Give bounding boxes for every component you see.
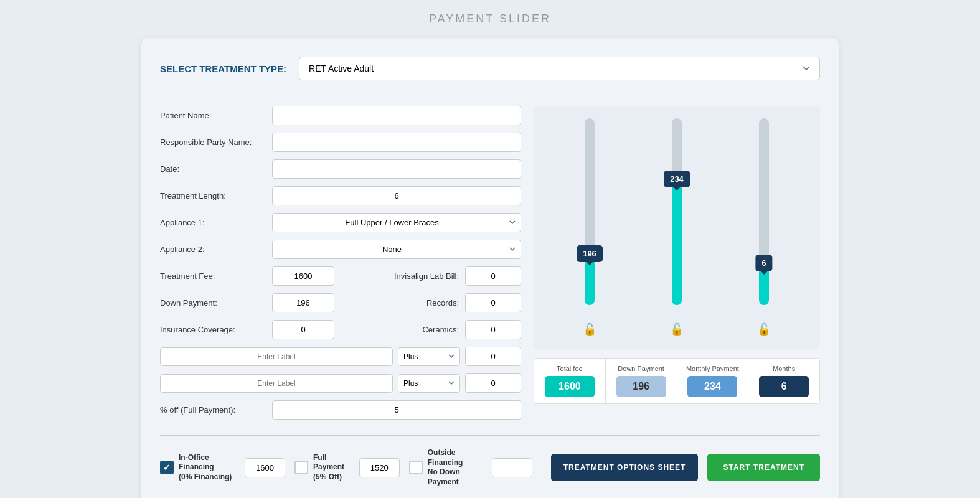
date-input[interactable] bbox=[272, 159, 521, 179]
in-office-checkbox[interactable] bbox=[160, 461, 174, 474]
appliance1-row: Appliance 1: Full Upper / Lower Braces U… bbox=[160, 213, 521, 232]
down-payment-input[interactable] bbox=[272, 293, 334, 312]
down-payment-fill bbox=[585, 258, 595, 305]
full-payment-option: Full Payment(5% Off) bbox=[294, 453, 400, 482]
in-office-value[interactable] bbox=[245, 458, 285, 477]
summary-total-fee: Total fee 1600 bbox=[534, 359, 606, 403]
appliance1-label: Appliance 1: bbox=[160, 218, 272, 227]
custom-type-1-select[interactable]: Plus Minus bbox=[398, 347, 460, 366]
monthly-payment-track: 234 bbox=[672, 118, 682, 305]
outside-financing-checkbox[interactable] bbox=[409, 461, 423, 474]
divider-top bbox=[160, 93, 820, 93]
invisalign-lab-input[interactable] bbox=[465, 266, 521, 286]
percent-off-label: % off (Full Payment): bbox=[160, 405, 272, 415]
monthly-payment-thumb[interactable]: 234 bbox=[664, 171, 690, 187]
custom-label-1-input[interactable] bbox=[160, 347, 393, 366]
monthly-payment-track-wrapper[interactable]: 234 bbox=[664, 118, 689, 317]
ceramics-input[interactable] bbox=[465, 320, 521, 339]
records-label: Records: bbox=[426, 298, 459, 308]
custom-type-2-select[interactable]: Plus Minus bbox=[398, 374, 460, 393]
custom-row-1: Plus Minus bbox=[160, 347, 521, 366]
content-row: Patient Name: Responsible Party Name: Da… bbox=[160, 106, 820, 420]
treatment-fee-label: Treatment Fee: bbox=[160, 271, 272, 281]
summary-monthly-payment-value: 234 bbox=[687, 376, 737, 397]
outside-financing-label: Outside FinancingNo Down Payment bbox=[428, 448, 487, 487]
invisalign-lab-label: Invisalign Lab Bill: bbox=[394, 271, 459, 281]
summary-down-payment: Down Payment 196 bbox=[606, 359, 677, 403]
treatment-length-input[interactable] bbox=[272, 186, 521, 205]
invisalign-lab-group: Invisalign Lab Bill: bbox=[394, 266, 521, 286]
right-panel: 196 🔓 234 🔓 bbox=[534, 106, 820, 420]
appliance2-row: Appliance 2: None Retainer Elastics bbox=[160, 240, 521, 259]
down-payment-row: Down Payment: Records: bbox=[160, 293, 521, 312]
summary-down-payment-label: Down Payment bbox=[618, 365, 664, 372]
appliance1-select[interactable]: Full Upper / Lower Braces Upper Only Low… bbox=[272, 213, 521, 232]
summary-monthly-payment-label: Monthly Payment bbox=[686, 365, 739, 372]
main-card: SELECT TREATMENT TYPE: RET Active AdultF… bbox=[141, 38, 839, 498]
sliders-container: 196 🔓 234 🔓 bbox=[546, 118, 808, 336]
treatment-type-row: SELECT TREATMENT TYPE: RET Active AdultF… bbox=[160, 57, 820, 80]
in-office-label: In-Office Financing(0% Financing) bbox=[179, 453, 240, 482]
left-panel: Patient Name: Responsible Party Name: Da… bbox=[160, 106, 521, 420]
date-row: Date: bbox=[160, 159, 521, 179]
custom-value-2-input[interactable] bbox=[465, 374, 521, 393]
months-track-wrapper[interactable]: 6 bbox=[751, 118, 776, 317]
full-payment-label: Full Payment(5% Off) bbox=[313, 453, 354, 482]
page-title: PAYMENT SLIDER bbox=[429, 12, 551, 26]
full-payment-checkbox[interactable] bbox=[294, 461, 308, 474]
down-payment-track: 196 bbox=[585, 118, 595, 305]
percent-off-row: % off (Full Payment): bbox=[160, 400, 521, 420]
summary-months: Months 6 bbox=[748, 359, 819, 403]
treatment-fee-group bbox=[272, 266, 394, 286]
percent-off-input[interactable] bbox=[272, 400, 521, 420]
custom-value-1-input[interactable] bbox=[465, 347, 521, 366]
monthly-payment-fill bbox=[672, 184, 682, 305]
appliance2-select[interactable]: None Retainer Elastics bbox=[272, 240, 521, 259]
summary-row: Total fee 1600 Down Payment 196 Monthly … bbox=[534, 358, 820, 404]
outside-financing-value[interactable] bbox=[492, 458, 532, 477]
records-group: Records: bbox=[426, 293, 521, 312]
date-label: Date: bbox=[160, 164, 272, 174]
summary-months-label: Months bbox=[773, 365, 795, 372]
slider-card: 196 🔓 234 🔓 bbox=[534, 106, 820, 349]
treatment-options-button[interactable]: TREATMENT OPTIONS SHEET bbox=[551, 454, 699, 481]
down-payment-slider-col: 196 🔓 bbox=[577, 118, 602, 336]
patient-name-row: Patient Name: bbox=[160, 106, 521, 125]
months-lock-icon[interactable]: 🔓 bbox=[757, 322, 771, 336]
summary-monthly-payment: Monthly Payment 234 bbox=[677, 359, 749, 403]
monthly-payment-slider-col: 234 🔓 bbox=[664, 118, 689, 336]
down-payment-group bbox=[272, 293, 426, 312]
treatment-length-row: Treatment Length: bbox=[160, 186, 521, 205]
months-thumb[interactable]: 6 bbox=[755, 255, 772, 271]
months-track: 6 bbox=[759, 118, 769, 305]
ceramics-label: Ceramics: bbox=[422, 325, 459, 334]
down-payment-label: Down Payment: bbox=[160, 298, 272, 308]
responsible-party-input[interactable] bbox=[272, 133, 521, 152]
records-input[interactable] bbox=[465, 293, 521, 312]
responsible-party-label: Responsible Party Name: bbox=[160, 138, 272, 147]
start-treatment-button[interactable]: START TREATMENT bbox=[707, 454, 820, 481]
insurance-row: Insurance Coverage: Ceramics: bbox=[160, 320, 521, 339]
monthly-payment-lock-icon[interactable]: 🔓 bbox=[670, 322, 684, 336]
treatment-type-label: SELECT TREATMENT TYPE: bbox=[160, 63, 286, 74]
custom-label-2-input[interactable] bbox=[160, 374, 393, 393]
down-payment-lock-icon[interactable]: 🔓 bbox=[583, 322, 596, 336]
custom-row-2: Plus Minus bbox=[160, 374, 521, 393]
bottom-bar: In-Office Financing(0% Financing) Full P… bbox=[160, 435, 820, 487]
down-payment-track-wrapper[interactable]: 196 bbox=[577, 118, 602, 317]
down-payment-thumb[interactable]: 196 bbox=[577, 245, 603, 262]
ceramics-group: Ceramics: bbox=[422, 320, 521, 339]
insurance-input[interactable] bbox=[272, 320, 334, 339]
insurance-label: Insurance Coverage: bbox=[160, 325, 272, 334]
responsible-party-row: Responsible Party Name: bbox=[160, 133, 521, 152]
summary-months-value: 6 bbox=[759, 376, 809, 397]
summary-down-payment-value: 196 bbox=[616, 376, 666, 397]
total-fee-value: 1600 bbox=[545, 376, 595, 397]
treatment-fee-row: Treatment Fee: Invisalign Lab Bill: bbox=[160, 266, 521, 286]
patient-name-label: Patient Name: bbox=[160, 111, 272, 120]
patient-name-input[interactable] bbox=[272, 106, 521, 125]
treatment-type-select[interactable]: RET Active AdultFull BracesInvisalignRet… bbox=[299, 57, 820, 80]
treatment-fee-input[interactable] bbox=[272, 266, 334, 286]
full-payment-value[interactable] bbox=[359, 458, 400, 477]
treatment-length-label: Treatment Length: bbox=[160, 191, 272, 200]
